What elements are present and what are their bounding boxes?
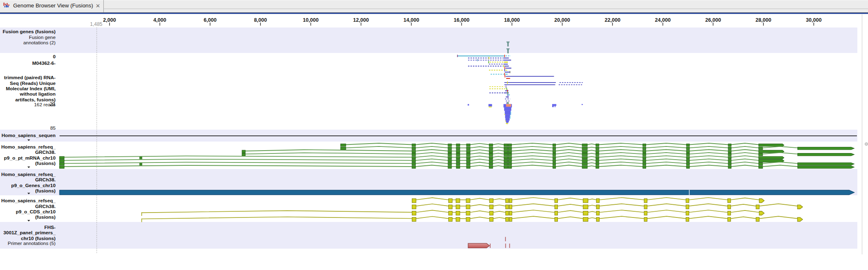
svg-text:28,000: 28,000 bbox=[756, 17, 772, 23]
svg-text:Seq (Reads) Unique: Seq (Reads) Unique bbox=[10, 80, 56, 86]
svg-text:30,000: 30,000 bbox=[806, 17, 822, 23]
svg-text:1,485: 1,485 bbox=[90, 21, 102, 27]
svg-text:GRCh38.: GRCh38. bbox=[35, 149, 56, 155]
svg-text:23: 23 bbox=[50, 101, 55, 107]
svg-text:(fusions): (fusions) bbox=[35, 214, 56, 220]
svg-text:85: 85 bbox=[50, 125, 56, 131]
svg-text:3001Z_panel_primers_: 3001Z_panel_primers_ bbox=[3, 230, 56, 236]
svg-text:0: 0 bbox=[53, 54, 56, 59]
svg-text:24,000: 24,000 bbox=[655, 17, 671, 23]
svg-text:trimmed (paired) RNA-: trimmed (paired) RNA- bbox=[4, 75, 56, 80]
svg-text:26,000: 26,000 bbox=[705, 17, 721, 23]
svg-text:18,000: 18,000 bbox=[504, 17, 520, 23]
svg-text:(fusions): (fusions) bbox=[35, 188, 56, 194]
svg-text:FHS-: FHS- bbox=[44, 224, 56, 230]
svg-text:Fusion gene: Fusion gene bbox=[29, 34, 56, 40]
svg-text:4,000: 4,000 bbox=[153, 17, 167, 23]
svg-text:GRCh38.: GRCh38. bbox=[35, 177, 56, 183]
svg-text:2,000: 2,000 bbox=[103, 17, 116, 23]
svg-text:p9_o_CDS_chr10: p9_o_CDS_chr10 bbox=[16, 209, 55, 215]
svg-text:p9_o_Genes_chr10: p9_o_Genes_chr10 bbox=[11, 183, 56, 188]
svg-text:GRCh38.: GRCh38. bbox=[35, 204, 56, 209]
svg-text:16,000: 16,000 bbox=[454, 17, 470, 23]
svg-text:Homo_sapiens_sequen: Homo_sapiens_sequen bbox=[2, 133, 56, 138]
svg-text:6,000: 6,000 bbox=[203, 17, 217, 23]
svg-text:M04362-6-: M04362-6- bbox=[32, 60, 55, 66]
svg-text:Homo_sapiens_refseq_: Homo_sapiens_refseq_ bbox=[1, 144, 56, 150]
svg-text:p9_o_pt_mRNA_chr10: p9_o_pt_mRNA_chr10 bbox=[4, 155, 56, 161]
svg-text:12,000: 12,000 bbox=[353, 17, 369, 23]
svg-text:Molecular Index (UMI,: Molecular Index (UMI, bbox=[6, 86, 55, 92]
svg-text:14,000: 14,000 bbox=[403, 17, 419, 23]
svg-text:20,000: 20,000 bbox=[554, 17, 570, 23]
svg-text:Homo_sapiens_refseq_: Homo_sapiens_refseq_ bbox=[1, 172, 56, 177]
svg-text:(fusions): (fusions) bbox=[35, 160, 56, 166]
svg-text:Fusion genes (fusions): Fusion genes (fusions) bbox=[2, 29, 55, 34]
svg-text:8,000: 8,000 bbox=[254, 17, 267, 23]
svg-text:annotations (2): annotations (2) bbox=[23, 40, 56, 46]
svg-text:Homo_sapiens_refseq_: Homo_sapiens_refseq_ bbox=[1, 198, 56, 204]
svg-text:10,000: 10,000 bbox=[303, 17, 319, 23]
svg-text:Primer annotations (5): Primer annotations (5) bbox=[8, 240, 56, 246]
svg-text:22,000: 22,000 bbox=[605, 17, 621, 23]
svg-text:without ligation: without ligation bbox=[19, 91, 55, 97]
